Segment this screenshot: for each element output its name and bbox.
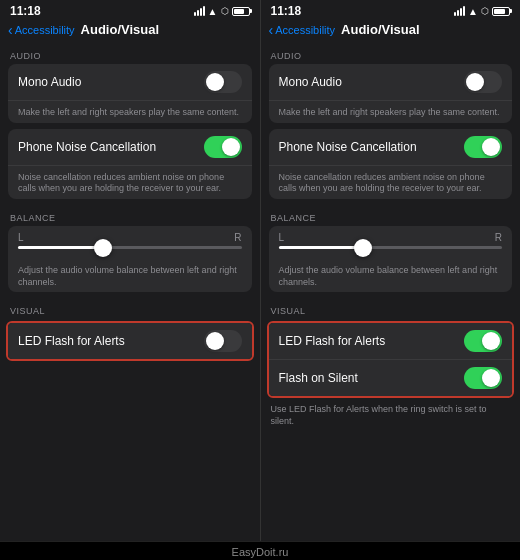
balance-track-left[interactable] (18, 246, 242, 249)
flash-silent-toggle-right[interactable] (464, 367, 502, 389)
balance-right-label-right: R (495, 232, 502, 243)
balance-track-right[interactable] (279, 246, 503, 249)
signal-icon-right (454, 6, 465, 16)
balance-desc-left: Adjust the audio volume balance between … (18, 265, 242, 288)
mono-audio-desc-row-right: Make the left and right speakers play th… (269, 101, 513, 123)
balance-header-right: BALANCE (261, 205, 521, 226)
mono-audio-group-right: Mono Audio Make the left and right speak… (269, 64, 513, 123)
balance-left-label-right: L (279, 232, 285, 243)
wifi-icon-right: ▲ (468, 6, 478, 17)
balance-header-left: BALANCE (0, 205, 260, 226)
phone-noise-group-right: Phone Noise Cancellation Noise cancellat… (269, 129, 513, 199)
back-label-left: Accessibility (15, 24, 75, 36)
screens-container: 11:18 ▲ ⬡ ‹ Accessibility Audio/ (0, 0, 520, 541)
mono-audio-row-right: Mono Audio (269, 64, 513, 101)
phone-noise-row-right: Phone Noise Cancellation (269, 129, 513, 166)
phone-noise-toggle-left[interactable] (204, 136, 242, 158)
balance-desc-row-left: Adjust the audio volume balance between … (8, 259, 252, 292)
back-button-right[interactable]: ‹ Accessibility (269, 23, 336, 37)
audio-header-left: AUDIO (0, 43, 260, 64)
status-icons-left: ▲ ⬡ (194, 6, 250, 17)
balance-desc-right: Adjust the audio volume balance between … (279, 265, 503, 288)
time-right: 11:18 (271, 4, 302, 18)
led-flash-row-left: LED Flash for Alerts (8, 323, 252, 359)
flash-silent-desc-right: Use LED Flash for Alerts when the ring s… (269, 400, 513, 431)
audio-header-right: AUDIO (261, 43, 521, 64)
balance-slider-row-left: L R (8, 226, 252, 259)
status-bar-left: 11:18 ▲ ⬡ (0, 0, 260, 20)
phone-noise-desc-row-left: Noise cancellation reduces ambient noise… (8, 166, 252, 199)
back-label-right: Accessibility (275, 24, 335, 36)
led-flash-group-left: LED Flash for Alerts (8, 323, 252, 359)
phone-noise-desc-row-right: Noise cancellation reduces ambient noise… (269, 166, 513, 199)
watermark: EasyDoit.ru (0, 541, 520, 560)
nav-bar-right: ‹ Accessibility Audio/Visual (261, 20, 521, 43)
led-flash-row-right: LED Flash for Alerts (269, 323, 513, 360)
bluetooth-icon: ⬡ (221, 6, 229, 16)
back-button-left[interactable]: ‹ Accessibility (8, 23, 75, 37)
balance-right-label: R (234, 232, 241, 243)
phone-noise-row-left: Phone Noise Cancellation (8, 129, 252, 166)
content-left: AUDIO Mono Audio Make the left and right… (0, 43, 260, 541)
phone-noise-toggle-right[interactable] (464, 136, 502, 158)
mono-audio-toggle-right[interactable] (464, 71, 502, 93)
status-icons-right: ▲ ⬡ (454, 6, 510, 17)
signal-icon (194, 6, 205, 16)
content-right: AUDIO Mono Audio Make the left and right… (261, 43, 521, 541)
battery-icon (232, 7, 250, 16)
led-flash-title-right: LED Flash for Alerts (279, 334, 457, 348)
balance-group-right: L R Adjust the audio volume balance betw… (269, 226, 513, 292)
left-screen: 11:18 ▲ ⬡ ‹ Accessibility Audio/ (0, 0, 261, 541)
nav-title-left: Audio/Visual (81, 22, 160, 37)
balance-group-left: L R Adjust the audio volume balance betw… (8, 226, 252, 292)
back-chevron-right: ‹ (269, 23, 274, 37)
time-left: 11:18 (10, 4, 41, 18)
phone-noise-desc-right: Noise cancellation reduces ambient noise… (279, 172, 503, 195)
visual-highlight-right: LED Flash for Alerts Flash on Silent (267, 321, 515, 398)
balance-slider-row-right: L R (269, 226, 513, 259)
mono-audio-desc-left: Make the left and right speakers play th… (18, 107, 239, 119)
visual-header-left: VISUAL (0, 298, 260, 319)
phone-noise-desc-left: Noise cancellation reduces ambient noise… (18, 172, 242, 195)
led-flash-group-right: LED Flash for Alerts Flash on Silent (269, 323, 513, 396)
back-chevron-left: ‹ (8, 23, 13, 37)
flash-silent-title-right: Flash on Silent (279, 371, 457, 385)
visual-highlight-left: LED Flash for Alerts (6, 321, 254, 361)
watermark-text: EasyDoit.ru (232, 546, 289, 558)
led-flash-toggle-right[interactable] (464, 330, 502, 352)
led-flash-toggle-left[interactable] (204, 330, 242, 352)
wifi-icon: ▲ (208, 6, 218, 17)
battery-icon-right (492, 7, 510, 16)
phone-noise-title-left: Phone Noise Cancellation (18, 140, 196, 154)
balance-desc-row-right: Adjust the audio volume balance between … (269, 259, 513, 292)
mono-audio-desc-row-left: Make the left and right speakers play th… (8, 101, 252, 123)
balance-labels-left: L R (18, 232, 242, 243)
nav-title-right: Audio/Visual (341, 22, 420, 37)
phone-noise-group-left: Phone Noise Cancellation Noise cancellat… (8, 129, 252, 199)
visual-header-right: VISUAL (261, 298, 521, 319)
led-flash-title-left: LED Flash for Alerts (18, 334, 196, 348)
flash-silent-row-right: Flash on Silent (269, 360, 513, 396)
phone-noise-title-right: Phone Noise Cancellation (279, 140, 457, 154)
nav-bar-left: ‹ Accessibility Audio/Visual (0, 20, 260, 43)
right-screen: 11:18 ▲ ⬡ ‹ Accessibility Audio/ (261, 0, 521, 541)
flash-silent-desc-container-right: Use LED Flash for Alerts when the ring s… (269, 400, 513, 431)
mono-audio-row-left: Mono Audio (8, 64, 252, 101)
status-bar-right: 11:18 ▲ ⬡ (261, 0, 521, 20)
balance-labels-right: L R (279, 232, 503, 243)
mono-audio-toggle-left[interactable] (204, 71, 242, 93)
mono-audio-desc-right: Make the left and right speakers play th… (279, 107, 500, 119)
balance-left-label: L (18, 232, 24, 243)
mono-audio-group-left: Mono Audio Make the left and right speak… (8, 64, 252, 123)
mono-audio-title-left: Mono Audio (18, 75, 196, 89)
bluetooth-icon-right: ⬡ (481, 6, 489, 16)
mono-audio-title-right: Mono Audio (279, 75, 457, 89)
